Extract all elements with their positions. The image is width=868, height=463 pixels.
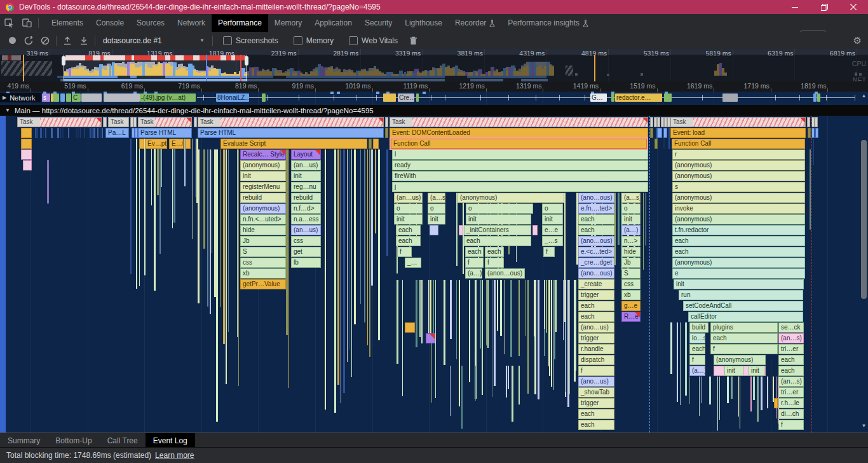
network-request-bar[interactable]: C [72, 93, 81, 102]
flame-frame[interactable] [815, 128, 818, 138]
network-track-header[interactable]: ▶ Network [0, 93, 41, 102]
flame-frame[interactable]: each [578, 409, 614, 419]
flame-frame[interactable]: _showTab [578, 387, 614, 397]
flame-frame[interactable]: (ano…ous) [578, 193, 614, 203]
flame-frame[interactable]: o [428, 204, 445, 214]
flame-frame[interactable]: (anon…ous) [485, 268, 525, 279]
flame-frame[interactable]: each [778, 366, 804, 376]
flame-frame[interactable]: r.handle [578, 344, 614, 354]
tab-elements[interactable]: Elements [45, 14, 90, 32]
panel-settings-gear-icon[interactable]: ⚙ [853, 35, 862, 46]
flame-frame[interactable]: run [679, 290, 803, 300]
flame-frame[interactable]: E…t [169, 139, 184, 149]
flame-frame[interactable]: f [485, 258, 504, 268]
tab-sources[interactable]: Sources [130, 14, 171, 32]
flame-frame[interactable]: r.h…le [778, 398, 804, 408]
flame-frame[interactable] [385, 117, 388, 127]
flame-frame[interactable]: n.a…ess [291, 214, 321, 225]
flame-frame[interactable]: f [543, 247, 555, 257]
flame-frame[interactable] [21, 139, 32, 149]
tab-recorder[interactable]: Recorder [449, 14, 501, 32]
flame-frame[interactable]: each [396, 236, 421, 246]
network-request-bar[interactable] [722, 93, 738, 102]
load-profile-icon[interactable] [59, 33, 76, 48]
checkbox-memory[interactable]: Memory [294, 36, 334, 45]
flame-frame[interactable]: f [689, 355, 705, 365]
network-request-bar[interactable]: -(49).jpg (v…at) [140, 93, 196, 102]
flame-frame[interactable]: (an…s) [778, 333, 804, 343]
tab-performance-insights[interactable]: Performance insights [501, 14, 595, 32]
network-request-bar[interactable] [611, 93, 614, 102]
flame-frame[interactable]: tri…er [778, 387, 804, 397]
tab-performance[interactable]: Performance [212, 14, 268, 32]
flame-frame[interactable]: se…ck [778, 322, 804, 333]
close-button[interactable] [839, 0, 868, 14]
flame-frame[interactable]: r [672, 149, 805, 160]
flame-frame[interactable]: _create [578, 279, 614, 289]
flame-frame[interactable]: Parse HTML [138, 128, 192, 138]
flame-frame[interactable]: f [710, 344, 778, 354]
restore-button[interactable] [810, 0, 839, 14]
flame-frame[interactable]: each [464, 236, 531, 246]
flame-frame[interactable]: each [778, 355, 804, 365]
flame-frame[interactable]: Task [670, 117, 806, 127]
learn-more-link[interactable]: Learn more [155, 451, 194, 460]
flame-frame[interactable] [133, 117, 137, 127]
flame-frame[interactable]: xb [240, 268, 286, 279]
flame-frame[interactable]: each [710, 333, 778, 343]
flame-frame[interactable]: Task [108, 117, 129, 127]
flame-frame[interactable]: init [674, 279, 804, 289]
flame-frame[interactable]: e.<c…ted> [578, 247, 614, 257]
flame-frame[interactable]: (anonymous) [672, 171, 805, 181]
flame-frame[interactable]: rebuild [240, 193, 286, 203]
flame-frame[interactable] [21, 149, 32, 160]
flame-frame[interactable]: init [394, 214, 423, 225]
network-request-bar[interactable] [664, 93, 672, 102]
flame-frame[interactable] [807, 117, 810, 127]
flame-frame[interactable] [21, 128, 32, 138]
flame-frame[interactable]: _… [405, 258, 421, 268]
flame-frame[interactable]: Parse HTML [198, 128, 384, 138]
network-request-bar[interactable] [817, 93, 820, 102]
tab-security[interactable]: Security [358, 14, 398, 32]
tab-memory[interactable]: Memory [268, 14, 308, 32]
flame-frame[interactable] [185, 139, 191, 149]
flame-frame[interactable] [426, 333, 435, 343]
trash-icon[interactable] [405, 33, 422, 48]
flame-frame[interactable] [139, 139, 144, 149]
flame-frame[interactable]: build [689, 322, 709, 333]
flame-frame[interactable]: (anonymous) [672, 193, 805, 203]
flame-frame[interactable] [23, 160, 32, 170]
flame-frame[interactable]: f [465, 258, 484, 268]
flame-frame[interactable]: dispatch [578, 355, 614, 365]
flame-frame[interactable]: S [240, 247, 286, 257]
flame-frame[interactable] [650, 128, 653, 138]
flame-frame[interactable]: registerMenu [240, 182, 286, 192]
flame-frame[interactable]: init [724, 366, 743, 376]
flame-frame[interactable] [774, 398, 778, 408]
flame-frame[interactable]: (ano…ous) [578, 236, 614, 246]
network-request-bar[interactable]: Cre… [398, 93, 414, 102]
flame-frame[interactable]: _cre…dget [578, 258, 614, 268]
flame-frame[interactable]: o [466, 204, 533, 214]
flame-frame[interactable]: init [291, 171, 321, 181]
detail-tab-call-tree[interactable]: Call Tree [100, 433, 146, 448]
network-request-bar[interactable] [53, 93, 59, 102]
flame-frame[interactable]: f [397, 247, 412, 257]
flame-frame[interactable]: o [542, 204, 563, 214]
flame-frame[interactable]: (anonymous) [458, 193, 564, 203]
flame-frame[interactable]: n.f…d> [291, 204, 321, 214]
network-request-bar[interactable] [66, 93, 71, 102]
vertical-scrollbar[interactable]: ▲ ▼ [860, 92, 867, 432]
flame-frame[interactable]: f [778, 420, 804, 430]
flame-frame[interactable]: init [240, 171, 286, 181]
flame-frame[interactable]: init [466, 214, 531, 225]
flame-frame[interactable]: R…e [621, 312, 641, 322]
flame-frame[interactable]: (an…us) [291, 160, 321, 170]
network-request-bar[interactable] [416, 93, 419, 102]
flame-frame[interactable]: Evaluate Script [220, 139, 367, 149]
flame-frame[interactable]: di…ch [778, 409, 804, 419]
flame-frame[interactable]: Ev…pt [145, 139, 167, 149]
save-profile-icon[interactable] [76, 33, 92, 48]
flame-frame[interactable]: each [689, 344, 705, 354]
